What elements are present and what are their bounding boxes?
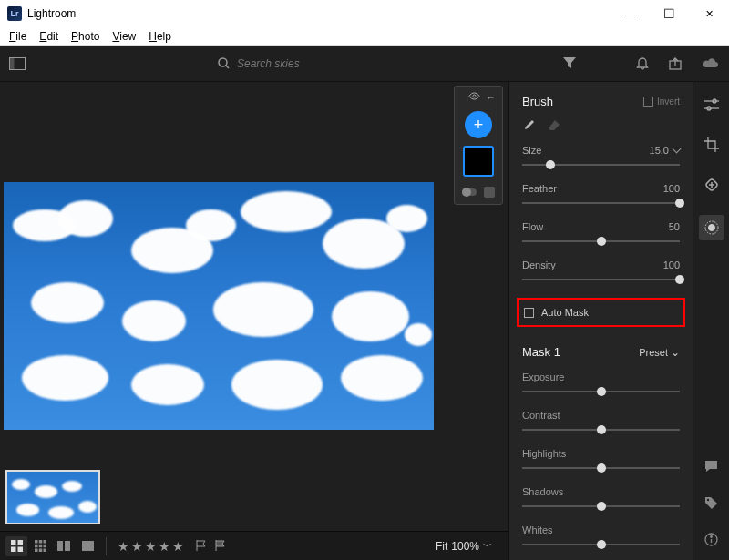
bell-icon[interactable] bbox=[636, 56, 649, 70]
crop-icon[interactable] bbox=[702, 135, 722, 155]
app-icon: Lr bbox=[7, 6, 22, 21]
chevron-down-icon[interactable]: ﹀ bbox=[483, 540, 492, 553]
svg-point-30 bbox=[708, 225, 714, 231]
svg-rect-8 bbox=[11, 547, 16, 553]
svg-point-2 bbox=[219, 58, 227, 66]
masking-icon[interactable] bbox=[699, 215, 724, 240]
svg-rect-7 bbox=[17, 540, 23, 545]
filmstrip[interactable] bbox=[0, 463, 508, 531]
exposure-slider[interactable]: Exposure bbox=[522, 372, 680, 397]
close-button[interactable]: ✕ bbox=[689, 0, 729, 27]
cloud-sync-icon[interactable] bbox=[702, 57, 720, 69]
fit-label[interactable]: Fit bbox=[436, 540, 447, 553]
maximize-button[interactable]: ☐ bbox=[649, 0, 689, 27]
svg-rect-1 bbox=[10, 57, 15, 69]
star-icon[interactable]: ★ bbox=[131, 539, 143, 554]
density-slider[interactable]: Density100 bbox=[522, 260, 680, 285]
shadows-slider[interactable]: Shadows bbox=[522, 486, 680, 512]
zoom-value[interactable]: 100% bbox=[451, 540, 479, 553]
menubar: File Edit Photo View Help bbox=[0, 27, 729, 46]
svg-point-34 bbox=[711, 535, 713, 537]
healing-icon[interactable] bbox=[702, 175, 722, 195]
whites-slider[interactable]: Whites bbox=[522, 524, 680, 550]
flow-slider[interactable]: Flow50 bbox=[522, 221, 680, 247]
topbar bbox=[0, 46, 729, 82]
automask-row-highlighted[interactable]: Auto Mask bbox=[517, 298, 685, 327]
compare-view-button[interactable] bbox=[53, 536, 75, 556]
grid-view-button[interactable] bbox=[5, 536, 27, 556]
menu-help[interactable]: Help bbox=[143, 29, 177, 44]
search-icon bbox=[218, 57, 230, 69]
invert-button[interactable]: Invert bbox=[643, 97, 680, 107]
panel-toggle-icon[interactable] bbox=[9, 57, 26, 70]
svg-rect-15 bbox=[43, 545, 46, 548]
menu-photo[interactable]: Photo bbox=[66, 29, 105, 44]
automask-label: Auto Mask bbox=[541, 307, 589, 318]
svg-rect-6 bbox=[11, 540, 16, 545]
feather-slider[interactable]: Feather100 bbox=[522, 183, 680, 209]
brush-title: Brush bbox=[522, 95, 553, 108]
tag-icon[interactable] bbox=[702, 493, 722, 513]
share-icon[interactable] bbox=[669, 57, 682, 70]
svg-point-31 bbox=[707, 498, 709, 500]
chevron-down-icon[interactable] bbox=[673, 145, 682, 154]
search-box[interactable] bbox=[218, 57, 400, 70]
main-image[interactable] bbox=[4, 182, 434, 430]
mask-floating-panel[interactable]: ← + bbox=[454, 86, 503, 205]
comment-icon[interactable] bbox=[702, 456, 722, 476]
svg-rect-11 bbox=[38, 540, 42, 544]
svg-rect-14 bbox=[38, 545, 42, 548]
canvas-region[interactable]: ← + bbox=[0, 82, 508, 463]
svg-rect-21 bbox=[82, 541, 94, 551]
brush-tool-icon[interactable] bbox=[522, 119, 535, 132]
right-panel[interactable]: Brush Invert Size15.0 Feather100 bbox=[508, 82, 693, 560]
svg-rect-9 bbox=[17, 547, 23, 553]
square-grid-view-button[interactable] bbox=[29, 536, 51, 556]
star-icon[interactable]: ★ bbox=[172, 539, 184, 554]
menu-edit[interactable]: Edit bbox=[34, 29, 64, 44]
svg-line-3 bbox=[226, 66, 229, 68]
minimize-button[interactable]: — bbox=[609, 0, 649, 27]
eye-icon[interactable] bbox=[468, 92, 480, 103]
filmstrip-thumbnail[interactable] bbox=[5, 470, 100, 524]
highlights-slider[interactable]: Highlights bbox=[522, 448, 680, 473]
titlebar: Lr Lightroom — ☐ ✕ bbox=[0, 0, 729, 27]
back-arrow-icon[interactable]: ← bbox=[486, 92, 496, 103]
chevron-down-icon: ⌄ bbox=[671, 346, 680, 359]
bottombar: ★ ★ ★ ★ ★ Fit 100% ﹀ bbox=[0, 531, 508, 560]
add-mask-button[interactable]: + bbox=[465, 111, 492, 138]
star-icon[interactable]: ★ bbox=[159, 539, 170, 554]
svg-rect-12 bbox=[43, 540, 46, 544]
canvas-column: ← + bbox=[0, 82, 508, 560]
overlay-toggle[interactable] bbox=[462, 188, 477, 196]
rating-stars[interactable]: ★ ★ ★ ★ ★ bbox=[118, 539, 184, 554]
overlay-color-icon[interactable] bbox=[484, 187, 495, 198]
contrast-slider[interactable]: Contrast bbox=[522, 410, 680, 435]
star-icon[interactable]: ★ bbox=[145, 539, 157, 554]
svg-point-5 bbox=[473, 95, 476, 97]
flag-reject-icon[interactable] bbox=[214, 539, 231, 554]
svg-rect-10 bbox=[35, 540, 38, 544]
edit-sliders-icon[interactable] bbox=[702, 95, 722, 115]
star-icon[interactable]: ★ bbox=[118, 539, 129, 554]
svg-rect-19 bbox=[57, 541, 63, 551]
eraser-icon[interactable] bbox=[548, 119, 560, 132]
size-slider[interactable]: Size15.0 bbox=[522, 145, 680, 170]
tool-rail bbox=[693, 82, 729, 560]
svg-rect-20 bbox=[65, 541, 70, 551]
menu-view[interactable]: View bbox=[107, 29, 141, 44]
svg-rect-17 bbox=[38, 549, 42, 553]
automask-checkbox[interactable] bbox=[524, 308, 534, 318]
search-input[interactable] bbox=[237, 57, 346, 70]
mask-thumbnail[interactable] bbox=[463, 146, 494, 177]
preset-dropdown[interactable]: Preset ⌄ bbox=[639, 346, 680, 359]
detail-view-button[interactable] bbox=[77, 536, 98, 556]
filter-icon[interactable] bbox=[563, 57, 576, 69]
flag-pick-icon[interactable] bbox=[195, 539, 211, 554]
menu-file[interactable]: File bbox=[4, 29, 32, 44]
invert-icon bbox=[643, 97, 653, 107]
app-title: Lightroom bbox=[27, 7, 609, 20]
svg-rect-13 bbox=[35, 545, 38, 548]
svg-rect-16 bbox=[35, 549, 38, 553]
info-icon[interactable] bbox=[702, 529, 722, 549]
